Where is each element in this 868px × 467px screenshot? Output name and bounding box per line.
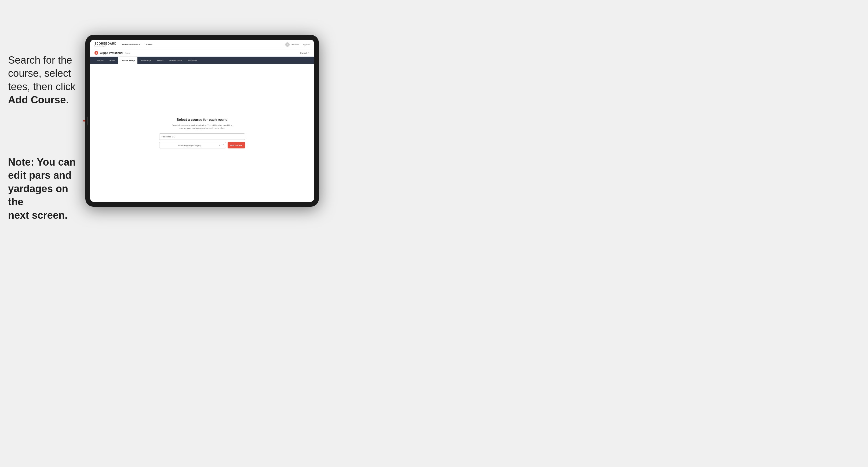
note-line3: yardages on the	[8, 183, 68, 208]
tab-tee-groups[interactable]: Tee Groups	[137, 57, 154, 64]
course-setup-description: Search for a course and select a tee. Yo…	[159, 124, 245, 130]
top-navbar: SCOREBOARD Powered by clippd TOURNAMENTS…	[90, 40, 314, 50]
note-line2: edit pars and	[8, 169, 72, 181]
tee-down-arrow[interactable]: ▼	[222, 145, 224, 147]
annotation-line4-bold: Add Course	[8, 94, 66, 105]
tee-select-row: Gold (M) (M) (7010 yds) ✕ ▲ ▼ Add Course	[159, 142, 245, 148]
tab-teams[interactable]: Teams	[106, 57, 118, 64]
nav-links: TOURNAMENTS TEAMS	[122, 43, 285, 46]
course-setup-card: Select a course for each round Search fo…	[159, 118, 245, 148]
logo-area: SCOREBOARD Powered by clippd	[94, 42, 117, 47]
tab-bar: Details Teams Course Setup Tee Groups Re…	[90, 57, 314, 64]
nav-teams[interactable]: TEAMS	[145, 43, 153, 46]
tab-details[interactable]: Details	[94, 57, 106, 64]
tee-up-arrow[interactable]: ▲	[222, 143, 224, 145]
tournament-title-area: C Clippd Invitational (Men)	[94, 51, 130, 55]
course-search-input[interactable]	[159, 133, 245, 140]
course-setup-title: Select a course for each round	[159, 118, 245, 122]
note-line1: Note: You can	[8, 156, 76, 168]
tournament-meta: (Men)	[125, 52, 130, 54]
annotation-text: Search for the course, select tees, then…	[8, 54, 86, 107]
tablet-screen: SCOREBOARD Powered by clippd TOURNAMENTS…	[90, 40, 314, 202]
cancel-label: Cancel	[300, 52, 307, 54]
sign-out-link[interactable]: Sign out	[303, 43, 310, 45]
nav-tournaments[interactable]: TOURNAMENTS	[122, 43, 140, 46]
tournament-icon: C	[94, 51, 98, 55]
main-content: Select a course for each round Search fo…	[90, 64, 314, 202]
tab-printables[interactable]: Printables	[185, 57, 200, 64]
tournament-name: Clippd Invitational	[100, 52, 123, 55]
tee-select-value: Gold (M) (M) (7010 yds)	[161, 144, 219, 147]
cancel-icon: ✕	[308, 52, 310, 54]
tournament-header: C Clippd Invitational (Men) Cancel ✕	[90, 50, 314, 57]
annotation-line4-end: .	[66, 94, 69, 105]
annotation-line2: course, select	[8, 68, 71, 79]
tee-select-controls: ▲ ▼	[222, 143, 224, 147]
tab-leaderboards[interactable]: Leaderboards	[166, 57, 185, 64]
course-search-container	[159, 133, 245, 140]
annotation-note: Note: You can edit pars and yardages on …	[8, 156, 86, 222]
add-course-button[interactable]: Add Course	[227, 142, 245, 148]
tee-clear-button[interactable]: ✕	[219, 144, 221, 147]
note-line4: next screen.	[8, 210, 68, 221]
logo-sub: Powered by clippd	[94, 45, 117, 47]
annotation-line1: Search for the	[8, 55, 72, 66]
tee-select[interactable]: Gold (M) (M) (7010 yds) ✕ ▲ ▼	[159, 142, 226, 148]
logo-text: SCOREBOARD	[94, 42, 117, 45]
user-name: Test User	[291, 43, 299, 45]
tab-course-setup[interactable]: Course Setup	[118, 57, 137, 64]
tab-results[interactable]: Results	[154, 57, 166, 64]
separator: |	[301, 43, 301, 45]
user-avatar: T	[285, 42, 289, 47]
cancel-button[interactable]: Cancel ✕	[300, 52, 310, 54]
annotation-line3: tees, then click	[8, 81, 75, 92]
tablet-side-button	[87, 117, 88, 125]
user-area: T Test User | Sign out	[285, 42, 310, 47]
tablet-frame: SCOREBOARD Powered by clippd TOURNAMENTS…	[85, 35, 319, 207]
